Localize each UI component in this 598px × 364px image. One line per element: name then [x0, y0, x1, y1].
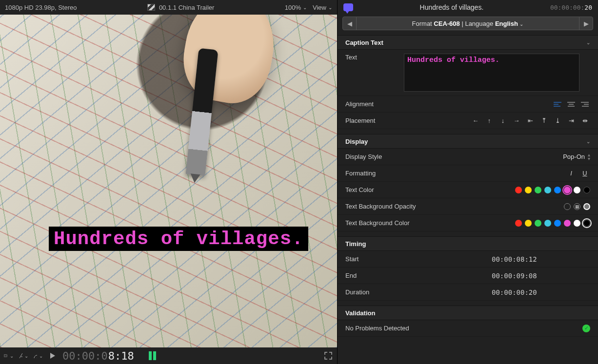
text-color-swatch-5[interactable] — [564, 187, 571, 193]
placement-top-icon[interactable]: ⤒ — [538, 116, 549, 125]
clapper-icon — [147, 4, 155, 11]
placement-far-right-icon[interactable]: ⇥ — [566, 116, 577, 125]
end-timecode-field[interactable]: 00:00:09:08 — [492, 272, 537, 280]
inspector-title: Hundreds of villages. — [357, 3, 546, 11]
caption-overlay[interactable]: Hundreds of villages. — [49, 227, 308, 251]
placement-up-icon[interactable]: ↑ — [484, 116, 495, 125]
section-display[interactable]: Display⌄ — [338, 134, 598, 149]
speed-menu[interactable]: ⌄ — [33, 351, 43, 360]
row-start: Start 00:00:08:12 — [338, 251, 598, 268]
placement-far-left-icon[interactable]: ⇤ — [525, 116, 536, 125]
retime-menu[interactable]: ⌄ — [19, 351, 28, 360]
prev-caption-button[interactable]: ◀ — [343, 17, 357, 30]
section-validation[interactable]: Validation — [338, 306, 598, 320]
inspector-header: Hundreds of villages. 00:00:00:20 — [338, 0, 598, 15]
opacity-half-button[interactable]: ▦ — [574, 203, 580, 210]
viewer-footer: ⌄ ⌄ ⌄ 00:00:08:18 — [0, 347, 337, 364]
display-style-select[interactable]: Pop-On▴▾ — [563, 153, 590, 161]
viewer-timecode[interactable]: 00:00:08:18 — [62, 350, 134, 362]
viewer-header: 1080p HD 23.98p, Stereo 00.1.1 China Tra… — [0, 0, 337, 15]
bg-color-swatch-2[interactable] — [535, 220, 541, 227]
next-caption-button[interactable]: ▶ — [579, 17, 593, 30]
video-frame-map — [0, 15, 337, 347]
inspector-duration-tc: 00:00:00:20 — [550, 4, 592, 11]
duration-timecode-field[interactable]: 00:00:00:20 — [492, 288, 537, 296]
text-color-swatch-6[interactable] — [574, 187, 580, 193]
row-placement: Placement ← ↑ ↓ → ⇤ ⤒ ⤓ ⇥ ⇹ — [338, 113, 598, 129]
row-text-bg-color: Text Background Color — [338, 215, 598, 231]
svg-rect-1 — [5, 355, 7, 357]
opacity-full-button[interactable] — [583, 203, 590, 210]
placement-right-icon[interactable]: → — [511, 116, 522, 125]
placement-bottom-icon[interactable]: ⤓ — [552, 116, 563, 125]
bg-color-swatch-7[interactable] — [583, 220, 590, 227]
fullscreen-button[interactable] — [323, 351, 333, 360]
viewer-pane: 1080p HD 23.98p, Stereo 00.1.1 China Tra… — [0, 0, 338, 364]
bg-color-swatch-6[interactable] — [574, 220, 580, 227]
italic-button[interactable]: I — [566, 169, 577, 178]
bg-color-swatch-0[interactable] — [515, 220, 522, 227]
align-center-button[interactable] — [566, 100, 577, 109]
align-right-button[interactable] — [579, 100, 590, 109]
row-validation-status: No Problems Detected ✓ — [338, 320, 598, 337]
row-alignment: Alignment — [338, 96, 598, 113]
row-display-style: Display Style Pop-On▴▾ — [338, 149, 598, 165]
audio-meters — [149, 351, 156, 360]
validation-status-label: No Problems Detected — [345, 325, 409, 332]
text-color-swatch-3[interactable] — [544, 187, 551, 193]
row-duration: Duration 00:00:00:20 — [338, 284, 598, 301]
caption-icon[interactable] — [343, 3, 353, 11]
inspector-pane: Hundreds of villages. 00:00:00:20 ◀ Form… — [338, 0, 598, 364]
zoom-dropdown[interactable]: 100%⌄ — [285, 4, 307, 11]
bg-color-swatch-3[interactable] — [544, 220, 551, 227]
format-language-bar: ◀ Format CEA-608 | Language English ⌄ ▶ — [342, 17, 593, 30]
svg-marker-4 — [50, 353, 55, 359]
placement-left-icon[interactable]: ← — [470, 116, 481, 125]
viewer-canvas[interactable]: Hundreds of villages. — [0, 15, 337, 347]
text-color-swatch-7[interactable] — [583, 187, 590, 193]
text-color-swatch-4[interactable] — [554, 187, 561, 193]
caption-text-input[interactable] — [404, 54, 579, 92]
validation-ok-icon: ✓ — [582, 325, 590, 332]
viewer-format-label: 1080p HD 23.98p, Stereo — [5, 4, 77, 11]
text-color-swatch-1[interactable] — [525, 187, 532, 193]
bg-color-swatch-5[interactable] — [564, 220, 571, 227]
row-formatting: Formatting I U — [338, 165, 598, 182]
row-text: Text — [338, 50, 598, 96]
view-dropdown[interactable]: View⌄ — [313, 4, 332, 11]
format-language-selector[interactable]: Format CEA-608 | Language English ⌄ — [357, 20, 579, 27]
bg-color-swatch-1[interactable] — [525, 220, 532, 227]
underline-button[interactable]: U — [579, 169, 590, 178]
opacity-none-button[interactable] — [564, 203, 571, 210]
bg-color-swatch-4[interactable] — [554, 220, 561, 227]
text-color-swatch-0[interactable] — [515, 187, 522, 193]
section-timing[interactable]: Timing — [338, 236, 598, 251]
placement-down-icon[interactable]: ↓ — [498, 116, 508, 125]
section-caption-text[interactable]: Caption Text⌄ — [338, 35, 598, 50]
text-color-swatch-2[interactable] — [535, 187, 541, 193]
start-timecode-field[interactable]: 00:00:08:12 — [492, 255, 537, 263]
row-text-bg-opacity: Text Background Opacity ▦ — [338, 198, 598, 215]
row-text-color: Text Color — [338, 182, 598, 198]
clip-title[interactable]: 00.1.1 China Trailer — [159, 4, 214, 11]
placement-center-icon[interactable]: ⇹ — [579, 116, 590, 125]
align-left-button[interactable] — [552, 100, 563, 109]
row-end: End 00:00:09:08 — [338, 268, 598, 284]
play-button[interactable] — [48, 351, 58, 360]
frame-size-menu[interactable]: ⌄ — [4, 351, 14, 360]
